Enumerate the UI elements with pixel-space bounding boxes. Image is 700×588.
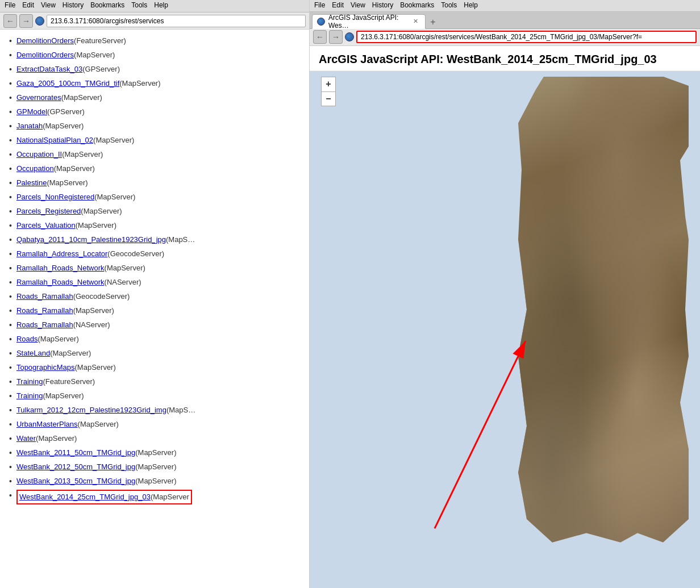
list-item: •Parcels_Valuation (MapServer) [9, 220, 300, 232]
service-link[interactable]: Janatah [16, 120, 43, 132]
service-link[interactable]: Ramallah_Address_Locator [16, 248, 107, 260]
bullet-icon: • [9, 206, 12, 218]
service-link[interactable]: TopographicMaps [16, 362, 75, 373]
right-menu-view[interactable]: View [351, 1, 365, 10]
service-link[interactable]: Parcels_Valuation [16, 220, 76, 231]
left-menu-file[interactable]: File [5, 1, 15, 11]
bullet-icon: • [9, 220, 12, 232]
service-link[interactable]: NationalSpatialPlan_02 [16, 135, 93, 146]
bullet-icon: • [9, 476, 12, 487]
service-link[interactable]: Roads_Ramallah [16, 291, 73, 302]
left-menu-history[interactable]: History [63, 1, 84, 11]
list-item: •Water (MapServer) [9, 433, 300, 445]
right-menu-edit[interactable]: Edit [332, 1, 344, 10]
bullet-icon: • [9, 248, 12, 260]
service-type: (MapServer) [94, 191, 135, 203]
list-item: •Ramallah_Roads_Network (NAServer) [9, 277, 300, 289]
service-link[interactable]: UrbanMasterPlans [16, 419, 78, 430]
bullet-icon: • [9, 49, 12, 61]
service-link[interactable]: Roads_Ramallah [16, 305, 73, 316]
bullet-icon: • [9, 433, 12, 445]
service-link[interactable]: Roads_Ramallah [16, 319, 73, 331]
service-link[interactable]: Palestine [16, 177, 47, 189]
bullet-icon: • [9, 490, 12, 502]
tab-icon [317, 18, 325, 26]
service-link[interactable]: Governorates [16, 92, 61, 103]
tab-close-button[interactable]: ✕ [413, 18, 419, 26]
left-menu-help[interactable]: Help [154, 1, 168, 11]
list-item: •Occupation (MapServer) [9, 163, 300, 175]
service-type: (MapServer) [135, 447, 176, 458]
left-forward-button[interactable]: → [19, 14, 33, 28]
service-link[interactable]: Training [16, 390, 43, 402]
list-item: •Qabatya_2011_10cm_Palestine1923Grid_jpg… [9, 234, 300, 246]
service-type: (MapServer [151, 491, 189, 503]
service-link[interactable]: Training [16, 376, 43, 387]
tab-label: ArcGIS JavaScript API: Wes… [328, 14, 409, 30]
service-link[interactable]: Tulkarm_2012_12cm_Palestine1923Grid_img [16, 404, 166, 416]
left-back-button[interactable]: ← [3, 14, 17, 28]
service-link[interactable]: Ramallah_Roads_Network [16, 262, 105, 274]
service-link[interactable]: WestBank_2013_50cm_TMGrid_jpg [16, 476, 135, 487]
right-menu-bookmarks[interactable]: Bookmarks [400, 1, 434, 10]
service-link[interactable]: WestBank_2014_25cm_TMGrid_jpg_03 [19, 491, 151, 503]
service-type: (MapServer) [135, 476, 176, 487]
left-menu-bookmarks[interactable]: Bookmarks [90, 1, 124, 11]
zoom-out-button[interactable]: − [321, 91, 336, 106]
right-page-icon [345, 32, 354, 41]
service-link[interactable]: WestBank_2011_50cm_TMGrid_jpg [16, 447, 135, 458]
right-address-bar[interactable] [356, 31, 697, 43]
list-item: •Roads_Ramallah (GeocodeServer) [9, 291, 300, 303]
service-link[interactable]: DemolitionOrders [16, 35, 74, 47]
service-link[interactable]: Gaza_2005_100cm_TMGrid_tif [16, 78, 119, 89]
list-item: •Gaza_2005_100cm_TMGrid_tif (MapServer) [9, 78, 300, 90]
service-link[interactable]: ExtractDataTask_03 [16, 64, 82, 75]
right-forward-button[interactable]: → [329, 30, 343, 44]
service-link[interactable]: Occupation [16, 163, 54, 174]
bullet-icon: • [9, 319, 12, 331]
right-menu-file[interactable]: File [314, 1, 325, 10]
bullet-icon: • [9, 447, 12, 459]
left-menu-tools[interactable]: Tools [131, 1, 147, 11]
service-link[interactable]: Water [16, 433, 36, 444]
right-active-tab[interactable]: ArcGIS JavaScript API: Wes… ✕ [312, 14, 426, 29]
bullet-icon: • [9, 149, 12, 161]
zoom-controls: + − [321, 77, 336, 106]
service-link[interactable]: WestBank_2012_50cm_TMGrid_jpg [16, 461, 135, 473]
service-link[interactable]: Parcels_Registered [16, 206, 81, 217]
service-link[interactable]: Qabatya_2011_10cm_Palestine1923Grid_jpg [16, 234, 166, 245]
bullet-icon: • [9, 191, 12, 203]
bullet-icon: • [9, 362, 12, 374]
service-link[interactable]: Occupation_II [16, 149, 62, 160]
service-link[interactable]: Parcels_NonRegistered [16, 191, 94, 203]
service-link[interactable]: GPModel [16, 106, 47, 118]
right-menu-help[interactable]: Help [464, 1, 478, 10]
list-item: •UrbanMasterPlans (MapServer) [9, 419, 300, 431]
right-back-button[interactable]: ← [313, 30, 327, 44]
service-link[interactable]: DemolitionOrders [16, 49, 74, 61]
page-title: ArcGIS JavaScript API: WestBank_2014_25c… [310, 46, 700, 71]
map-container[interactable]: + − [310, 71, 700, 588]
service-link[interactable]: StateLand [16, 348, 50, 359]
list-item: •Training (FeatureServer) [9, 376, 300, 388]
bullet-icon: • [9, 348, 12, 360]
list-item: •ExtractDataTask_03 (GPServer) [9, 64, 300, 76]
service-type: (NAServer) [73, 319, 110, 331]
service-link[interactable]: Ramallah_Roads_Network [16, 277, 105, 288]
bullet-icon: • [9, 376, 12, 388]
left-nav-bar: ← → [0, 12, 309, 30]
left-menu-view[interactable]: View [41, 1, 56, 11]
list-item: •WestBank_2012_50cm_TMGrid_jpg (MapServe… [9, 461, 300, 473]
left-menu-edit[interactable]: Edit [22, 1, 34, 11]
left-address-bar[interactable] [47, 15, 306, 27]
right-menu-history[interactable]: History [372, 1, 393, 10]
service-link[interactable]: Roads [16, 333, 38, 345]
zoom-in-button[interactable]: + [321, 77, 336, 91]
bullet-icon: • [9, 461, 12, 473]
bullet-icon: • [9, 106, 12, 118]
service-type: (MapServer) [50, 348, 91, 359]
service-type: (FeatureServer) [43, 376, 95, 387]
list-item: •Occupation_II (MapServer) [9, 149, 300, 161]
right-menu-tools[interactable]: Tools [441, 1, 457, 10]
new-tab-button[interactable]: + [427, 16, 439, 28]
